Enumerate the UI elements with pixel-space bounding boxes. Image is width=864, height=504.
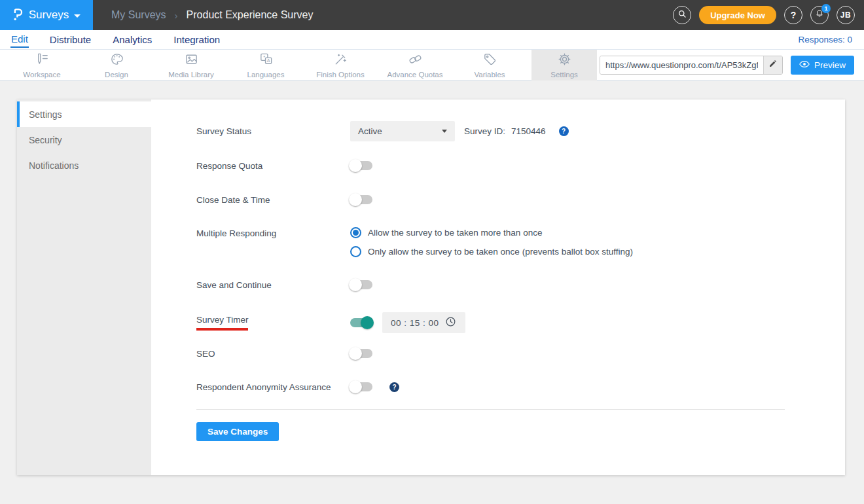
seo-label: SEO [196, 349, 350, 359]
survey-timer-toggle[interactable] [350, 318, 372, 327]
upgrade-now-button[interactable]: Upgrade Now [699, 6, 776, 24]
settings-sidebar: Settings Security Notifications [17, 99, 151, 475]
respondent-anonymity-help-icon[interactable]: ? [389, 382, 399, 392]
sidebar-item-notifications[interactable]: Notifications [17, 153, 151, 178]
eye-icon [799, 60, 810, 70]
tab-analytics[interactable]: Analytics [112, 33, 153, 47]
variables-tag-icon [482, 52, 497, 69]
close-date-label: Close Date & Time [196, 195, 350, 205]
settings-card: Settings Security Notifications Survey S… [17, 99, 845, 475]
toolbar-item-finish-options[interactable]: Finish Options [308, 50, 373, 81]
save-and-continue-label: Save and Continue [196, 280, 350, 290]
survey-timer-row: Survey Timer 00 : 15 : 00 [196, 312, 785, 333]
close-date-row: Close Date & Time [196, 193, 785, 206]
toolbar-item-languages[interactable]: *A Languages [233, 50, 298, 81]
pencil-icon [768, 59, 778, 71]
response-quota-row: Response Quota [196, 159, 785, 172]
settings-gear-icon [557, 52, 572, 69]
top-bar: Surveys My Surveys › Product Experience … [0, 0, 864, 30]
survey-url-input[interactable] [600, 56, 763, 74]
toolbar-item-settings[interactable]: Settings [531, 50, 597, 81]
radio-selected-icon [350, 227, 361, 238]
edit-toolbar: Workspace Design Media Library *A Langua… [0, 50, 864, 81]
workspace-icon [35, 52, 50, 69]
design-palette-icon [109, 52, 124, 69]
respondent-anonymity-label: Respondent Anonymity Assurance [196, 382, 350, 392]
search-button[interactable] [673, 6, 691, 24]
radio-unselected-icon [350, 246, 361, 257]
breadcrumb: My Surveys › Product Experience Survey [111, 9, 313, 21]
tab-distribute[interactable]: Distribute [49, 33, 92, 47]
tab-edit[interactable]: Edit [10, 32, 29, 48]
survey-timer-label: Survey Timer [196, 315, 249, 325]
notification-count-badge: 1 [821, 4, 831, 13]
toolbar-item-advance-quotas[interactable]: Advance Quotas [382, 50, 448, 81]
edit-url-button[interactable] [763, 56, 782, 74]
user-avatar[interactable]: JB [837, 6, 855, 24]
multiple-responding-options: Allow the survey to be taken more than o… [350, 227, 633, 257]
toolbar-item-design[interactable]: Design [84, 50, 149, 81]
response-quota-label: Response Quota [196, 161, 350, 171]
help-button[interactable]: ? [784, 6, 802, 24]
sidebar-item-settings[interactable]: Settings [17, 101, 151, 127]
timer-value: 00 : 15 : 00 [391, 318, 439, 328]
svg-text:A: A [266, 58, 270, 63]
radio-option-only-once[interactable]: Only allow the survey to be taken once (… [350, 246, 633, 257]
survey-timer-label-cell: Survey Timer [196, 315, 350, 331]
search-icon [677, 9, 687, 22]
survey-url-box [600, 56, 783, 75]
breadcrumb-my-surveys[interactable]: My Surveys [111, 9, 166, 21]
save-changes-button[interactable]: Save Changes [196, 422, 279, 441]
multiple-responding-label: Multiple Responding [196, 227, 350, 238]
divider [196, 409, 785, 410]
notifications-button[interactable]: 1 [810, 6, 829, 24]
response-quota-toggle[interactable] [350, 161, 372, 170]
settings-form: Survey Status Active Survey ID: 7150446 … [151, 99, 845, 475]
questionpro-logo-icon [12, 6, 24, 25]
respondent-anonymity-toggle[interactable] [350, 382, 372, 391]
topbar-actions: Upgrade Now ? 1 JB [673, 6, 855, 24]
survey-status-label: Survey Status [196, 126, 350, 136]
toolbar-right: Preview [600, 56, 854, 75]
main-tabs: Edit Distribute Analytics Integration Re… [0, 30, 864, 50]
close-date-toggle[interactable] [350, 195, 372, 204]
clock-icon [444, 315, 457, 331]
surveys-product-menu[interactable]: Surveys [0, 0, 93, 30]
sidebar-item-security[interactable]: Security [17, 127, 151, 153]
languages-icon: *A [259, 52, 274, 69]
responses-count: Responses: 0 [798, 35, 852, 45]
survey-id-help-icon[interactable]: ? [559, 126, 569, 136]
breadcrumb-separator: › [175, 10, 178, 21]
seo-row: SEO [196, 347, 785, 360]
respondent-anonymity-row: Respondent Anonymity Assurance ? [196, 380, 785, 393]
survey-id-label: Survey ID: [464, 126, 505, 136]
red-highlight-underline [196, 328, 248, 331]
preview-button[interactable]: Preview [791, 56, 854, 75]
toolbar-item-variables[interactable]: Variables [457, 50, 522, 81]
chevron-down-icon [442, 130, 447, 133]
chevron-down-icon [74, 14, 81, 18]
survey-status-row: Survey Status Active Survey ID: 7150446 … [196, 121, 785, 141]
finish-options-wand-icon [333, 52, 348, 69]
media-library-icon [184, 52, 199, 69]
breadcrumb-survey-title: Product Experience Survey [187, 9, 314, 21]
product-label: Surveys [29, 9, 69, 22]
toolbar-item-media-library[interactable]: Media Library [158, 50, 224, 81]
survey-status-select[interactable]: Active [350, 121, 455, 141]
survey-id-value: 7150446 [511, 126, 546, 136]
toolbar-item-workspace[interactable]: Workspace [9, 50, 75, 81]
save-and-continue-toggle[interactable] [350, 280, 372, 289]
advance-quotas-link-icon [408, 52, 423, 69]
save-and-continue-row: Save and Continue [196, 278, 785, 291]
seo-toggle[interactable] [350, 349, 372, 358]
survey-timer-duration-field[interactable]: 00 : 15 : 00 [382, 312, 465, 333]
tab-integration[interactable]: Integration [173, 33, 221, 47]
help-icon: ? [791, 10, 797, 20]
multiple-responding-row: Multiple Responding Allow the survey to … [196, 227, 785, 257]
radio-option-allow-multiple[interactable]: Allow the survey to be taken more than o… [350, 227, 633, 238]
avatar-initials: JB [840, 10, 851, 20]
